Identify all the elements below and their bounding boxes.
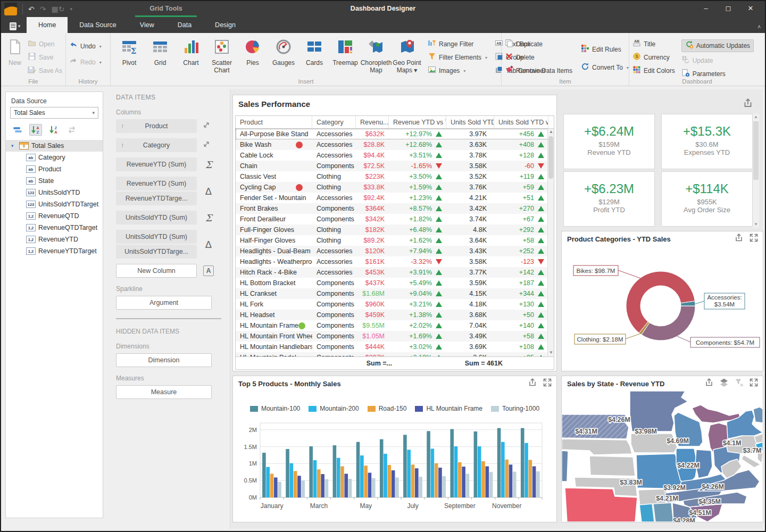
transpose-icon[interactable] (202, 121, 211, 131)
table-row[interactable]: Cable LockAccessories$94.4K+3.51%3.78K+1… (236, 150, 554, 161)
pivot-button[interactable]: ΣPivot (114, 35, 145, 74)
bar-mountain-200-january[interactable] (266, 467, 270, 497)
data-item-chip-category[interactable]: ↑Category (116, 138, 197, 152)
minimize-button[interactable]: – (695, 1, 717, 17)
table-row[interactable]: ChainComponents$72.5K-1.65%3.58K-60 (236, 161, 554, 171)
tree-field-unitssoldytdtarget[interactable]: 123UnitsSoldYTDTarget (6, 198, 103, 210)
bar-road-150-july[interactable] (411, 464, 415, 497)
grid-button[interactable]: Grid (145, 35, 176, 74)
kpi-card-revenue-ytd[interactable]: +$6.24M$159MRevenue YTD (563, 114, 655, 169)
currency-button[interactable]: $Currency (632, 53, 675, 62)
save-as-button[interactable]: Save As (28, 66, 62, 76)
bar-hl-mountain-frame-march[interactable] (321, 474, 324, 497)
bar-touring-1000-september[interactable] (466, 473, 470, 497)
grid-vertical-scrollbar[interactable]: ▲ ▼ (547, 129, 554, 356)
bar-road-150-september[interactable] (458, 462, 462, 497)
layers-icon[interactable] (719, 378, 729, 389)
bar-touring-1000-july[interactable] (419, 477, 422, 497)
export-icon[interactable] (704, 378, 714, 389)
filter-elements-button[interactable]: Filter Elements▾ (428, 53, 487, 62)
bar-touring-1000-november[interactable] (513, 472, 517, 497)
tab-home[interactable]: Home (27, 17, 68, 33)
open-button[interactable]: Open (28, 39, 62, 49)
tree-root-total-sales[interactable]: ▾0Total Sales (6, 140, 103, 152)
edit-colors-button[interactable]: Edit Colors (632, 66, 675, 76)
bar-mountain-200-march[interactable] (313, 460, 317, 497)
bar-mountain-100-december[interactable] (521, 428, 524, 497)
table-row[interactable]: Full-Finger GlovesClothing$182K+6.48%4.8… (236, 225, 554, 235)
update-button[interactable]: Update (681, 56, 754, 65)
legend-item-road-150[interactable]: Road-150 (368, 405, 407, 412)
maximize-icon[interactable] (749, 378, 759, 389)
bar-mountain-100-may[interactable] (356, 442, 360, 497)
table-row[interactable]: All-Purpose Bike StandAccessories$632K+1… (236, 129, 554, 139)
title-button[interactable]: ABTitle (632, 39, 675, 49)
table-row[interactable]: HL Mountain HandlebarsComponents$444K+3.… (236, 342, 554, 352)
bar-road-150-may[interactable] (364, 466, 368, 497)
state-ne[interactable] (562, 439, 632, 455)
export-icon[interactable] (743, 98, 753, 111)
collapse-ribbon-icon[interactable]: ˄ (757, 24, 761, 30)
bar-touring-1000-august[interactable] (442, 476, 446, 497)
bar-touring-1000-december[interactable] (536, 471, 540, 497)
bar-mountain-200-december[interactable] (524, 443, 528, 497)
state-ks[interactable] (589, 456, 635, 476)
convert-to-button[interactable]: Convert To▾ (581, 63, 629, 72)
bar-hl-mountain-frame-june[interactable] (392, 470, 395, 497)
tab-view[interactable]: View (128, 17, 166, 33)
table-row[interactable]: Front BrakesComponents$364K+8.57%3.42K+2… (236, 203, 554, 214)
tree-field-unitssoldytd[interactable]: 123UnitsSoldYTD (6, 187, 103, 198)
scroll-down-icon[interactable]: ▼ (548, 350, 554, 356)
bar-touring-1000-january[interactable] (278, 482, 281, 497)
bar-mountain-200-july[interactable] (407, 450, 411, 497)
swap-fields-button[interactable] (65, 124, 78, 136)
tab-data[interactable]: Data (166, 17, 203, 33)
table-row[interactable]: HL Bottom BracketComponents$437K+5.49%3.… (236, 278, 554, 288)
table-row[interactable]: HL Mountain PedalComponents$397K+2.10%3.… (236, 352, 554, 356)
bar-hl-mountain-frame-september[interactable] (462, 467, 465, 497)
cards-scrollbar[interactable]: ▲ ▼ (753, 114, 759, 228)
geo-point-maps-button[interactable]: Geo Point Maps ▾ (392, 35, 422, 74)
choropleth-map-button[interactable]: Choropleth Map (361, 35, 392, 74)
bar-mountain-100-october[interactable] (474, 431, 478, 497)
data-item-chip-unitssoldytd-sum[interactable]: UnitsSoldYTD (Sum) (116, 211, 197, 225)
tab-data-source[interactable]: Data Source (68, 17, 128, 33)
bar-touring-1000-may[interactable] (372, 478, 376, 497)
bar-road-150-february[interactable] (294, 471, 297, 497)
table-row[interactable]: HL Mountain FrameComponents$9.55M+2.02%7… (236, 320, 554, 331)
choropleth-map[interactable]: $4.31M$4.26M$3.98M$4.69M$4.1M$3.7M$4.22M… (562, 391, 763, 522)
hidden-dimension-slot[interactable]: Dimension (116, 353, 212, 367)
transpose-icon[interactable] (202, 140, 211, 151)
legend-item-hl-mountain-frame[interactable]: HL Mountain Frame (415, 405, 482, 412)
table-row[interactable]: Headlights - WeatherproofAccessories$161… (236, 256, 554, 267)
undo-button[interactable]: Undo▾ (69, 41, 102, 51)
bar-mountain-100-august[interactable] (427, 431, 430, 497)
kpi-card-profit-ytd[interactable]: +$6.23M$129MProfit YTD (563, 171, 655, 227)
bar-hl-mountain-frame-april[interactable] (344, 473, 348, 497)
bar-mountain-100-march[interactable] (309, 446, 313, 497)
data-item-chip-revenueytdtarge[interactable]: RevenueYTDTarge... (116, 192, 197, 205)
bar-hl-mountain-frame-august[interactable] (438, 468, 442, 497)
table-row[interactable]: HL ForkComponents$960K+3.21%4.18K+130 (236, 299, 554, 310)
bar-road-150-march[interactable] (317, 469, 321, 497)
column-type-icon[interactable]: A (203, 265, 214, 276)
column-header-5[interactable]: Units Sold YTD (446, 116, 494, 128)
legend-item-mountain-200[interactable]: Mountain-200 (309, 405, 359, 412)
bar-mountain-100-november[interactable] (497, 428, 501, 497)
bar-mountain-200-october[interactable] (478, 446, 481, 497)
new-button[interactable]: New (4, 35, 26, 67)
bar-mountain-100-january[interactable] (262, 453, 266, 497)
chart-button[interactable]: Chart (176, 35, 206, 74)
table-row[interactable]: Bike WashAccessories$28.8K+12.68%3.63K+4… (236, 139, 554, 150)
redo-button[interactable]: Redo▾ (69, 57, 102, 67)
kpi-card-avg-order-size[interactable]: +$114K$955KAvg Order Size (661, 171, 753, 227)
sparkline-argument-slot[interactable]: Argument (116, 296, 212, 310)
tab-design[interactable]: Design (203, 17, 247, 33)
bar-mountain-200-september[interactable] (454, 446, 458, 497)
tree-field-product[interactable]: abProduct (6, 163, 103, 175)
save-button[interactable]: Save (28, 53, 62, 62)
clear-filter-icon[interactable] (734, 378, 744, 389)
parameters-button[interactable]: Parameters (681, 69, 754, 79)
bar-road-150-january[interactable] (270, 473, 274, 497)
tree-field-revenueqtdtarget[interactable]: 1,2RevenueQTDTarget (6, 222, 103, 234)
